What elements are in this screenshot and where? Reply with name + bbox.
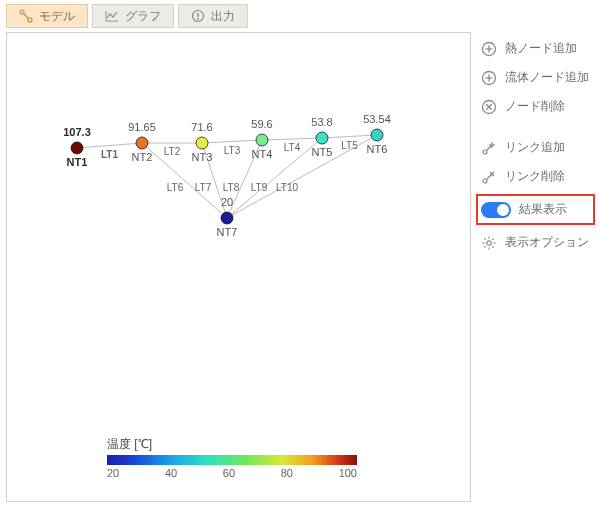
info-icon	[191, 9, 205, 23]
link-LT5[interactable]	[322, 135, 377, 138]
colorbar: 温度 [℃] 20 40 60 80 100	[107, 436, 357, 479]
svg-point-0	[20, 10, 24, 14]
side-panel: 熱ノード追加 流体ノード追加 ノード削除	[477, 32, 594, 502]
node-NT6[interactable]: 53.54NT6	[363, 113, 391, 155]
svg-line-2	[24, 14, 29, 19]
show-results-toggle[interactable]: 結果表示	[477, 195, 594, 224]
svg-point-26	[483, 179, 487, 183]
node-id-NT6: NT6	[367, 143, 388, 155]
nodes-icon	[19, 9, 33, 23]
svg-point-9	[256, 134, 268, 146]
svg-point-10	[316, 132, 328, 144]
link-LT9[interactable]	[227, 138, 322, 218]
add-thermal-node-label: 熱ノード追加	[505, 40, 577, 57]
svg-line-23	[487, 145, 493, 151]
node-id-NT7: NT7	[217, 226, 238, 238]
link-LT10[interactable]	[227, 135, 377, 218]
link-label-LT1: LT1	[101, 149, 118, 160]
svg-point-8	[196, 137, 208, 149]
delete-node-button[interactable]: ノード削除	[477, 94, 594, 119]
link-label-LT10: LT10	[276, 182, 298, 193]
node-NT2[interactable]: 91.65NT2	[128, 121, 156, 163]
svg-point-11	[371, 129, 383, 141]
node-id-NT3: NT3	[192, 151, 213, 163]
svg-line-36	[492, 246, 493, 247]
add-thermal-node-button[interactable]: 熱ノード追加	[477, 36, 594, 61]
node-value-NT6: 53.54	[363, 113, 391, 125]
toggle-on-icon	[481, 202, 511, 218]
colorbar-ticks: 20 40 60 80 100	[107, 467, 357, 479]
link-label-LT9: LT9	[251, 182, 268, 193]
display-options-label: 表示オプション	[505, 234, 589, 251]
link-LT1[interactable]	[77, 143, 142, 148]
link-label-LT3: LT3	[224, 145, 241, 156]
node-id-NT4: NT4	[252, 148, 273, 160]
svg-point-6	[71, 142, 83, 154]
node-value-NT7: 20	[221, 196, 233, 208]
svg-point-7	[136, 137, 148, 149]
link-label-LT2: LT2	[164, 146, 181, 157]
node-id-NT5: NT5	[312, 146, 333, 158]
svg-point-1	[28, 18, 32, 22]
link-label-LT7: LT7	[195, 182, 212, 193]
colorbar-gradient	[107, 455, 357, 465]
add-link-button[interactable]: リンク追加	[477, 135, 594, 160]
node-NT5[interactable]: 53.8NT5	[311, 116, 332, 158]
add-link-label: リンク追加	[505, 139, 565, 156]
link-LT3[interactable]	[202, 140, 262, 143]
svg-point-12	[221, 212, 233, 224]
node-value-NT5: 53.8	[311, 116, 332, 128]
add-fluid-node-button[interactable]: 流体ノード追加	[477, 65, 594, 90]
svg-line-35	[484, 238, 485, 239]
node-value-NT1: 107.3	[63, 126, 91, 138]
node-id-NT1: NT1	[67, 156, 88, 168]
node-NT4[interactable]: 59.6NT4	[251, 118, 272, 160]
gear-icon	[481, 235, 497, 251]
node-value-NT2: 91.65	[128, 121, 156, 133]
tab-model[interactable]: モデル	[6, 4, 88, 28]
delete-link-button[interactable]: リンク削除	[477, 164, 594, 189]
tab-graph-label: グラフ	[125, 8, 161, 25]
add-fluid-node-label: 流体ノード追加	[505, 69, 589, 86]
delete-node-label: ノード削除	[505, 98, 565, 115]
link-label-LT4: LT4	[284, 142, 301, 153]
node-value-NT3: 71.6	[191, 121, 212, 133]
x-circle-icon	[481, 99, 497, 115]
svg-line-37	[492, 238, 493, 239]
tab-output[interactable]: 出力	[178, 4, 248, 28]
show-results-label: 結果表示	[519, 201, 567, 218]
plus-circle-icon	[481, 70, 497, 86]
node-value-NT4: 59.6	[251, 118, 272, 130]
chart-icon	[105, 9, 119, 23]
link-label-LT8: LT8	[223, 182, 240, 193]
delete-link-label: リンク削除	[505, 168, 565, 185]
link-label-LT5: LT5	[341, 140, 358, 151]
link-label-LT6: LT6	[167, 182, 184, 193]
svg-point-5	[197, 18, 199, 20]
link-LT4[interactable]	[262, 138, 322, 140]
node-id-NT2: NT2	[132, 151, 153, 163]
link-delete-icon	[481, 169, 497, 185]
node-graph: LT1LT2LT3LT4LT5LT6LT7LT8LT9LT10107.3NT19…	[7, 33, 472, 503]
svg-line-38	[484, 246, 485, 247]
svg-point-30	[487, 240, 491, 244]
colorbar-title: 温度 [℃]	[107, 436, 357, 453]
model-canvas[interactable]: LT1LT2LT3LT4LT5LT6LT7LT8LT9LT10107.3NT19…	[6, 32, 471, 502]
node-NT3[interactable]: 71.6NT3	[191, 121, 212, 163]
display-options-button[interactable]: 表示オプション	[477, 230, 594, 255]
tab-graph[interactable]: グラフ	[92, 4, 174, 28]
svg-point-22	[483, 150, 487, 154]
link-add-icon	[481, 140, 497, 156]
plus-circle-icon	[481, 41, 497, 57]
tab-model-label: モデル	[39, 8, 75, 25]
tab-output-label: 出力	[211, 8, 235, 25]
